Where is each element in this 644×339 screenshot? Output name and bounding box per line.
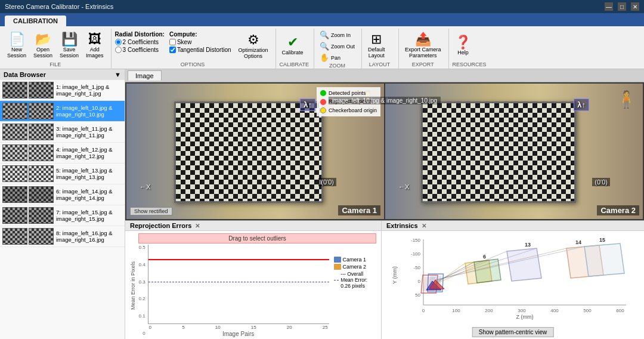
cam1-checkerboard — [174, 101, 323, 203]
help-button[interactable]: ❓ Help — [453, 35, 474, 57]
add-images-button[interactable]: 🖼 AddImages — [83, 32, 106, 60]
file-buttons: 📄 NewSession 📂 OpenSession 💾 SaveSession… — [5, 30, 106, 61]
legend-cam1: Camera 1 — [334, 257, 374, 263]
ribbon-group-resources: ❓ Help RESOURCES — [450, 29, 491, 69]
sidebar-item-8[interactable]: 8: image_left_16.jpg & image_right_16.jp… — [0, 226, 125, 247]
thumb-3-0 — [2, 124, 27, 140]
cam2-x-arrow: ←X — [398, 183, 409, 190]
sidebar-label-5: 5: image_left_13.jpg & image_right_13.jp… — [56, 167, 122, 181]
calibrate-label: Calibrate — [282, 50, 304, 56]
camera2-label: Camera 2 — [597, 205, 639, 215]
thumb-checker-2-1 — [29, 103, 53, 119]
reprojection-close-icon[interactable]: ✕ — [195, 223, 200, 229]
zoom-in-button[interactable]: 🔍 Zoom In — [318, 30, 357, 40]
chart-y-ticks: 0.5 0.4 0.3 0.2 0.1 0 — [138, 245, 145, 337]
x-tick-5: 5 — [182, 325, 184, 330]
calibrate-button[interactable]: ✔ Calibrate — [280, 35, 306, 57]
help-icon: ❓ — [455, 36, 471, 49]
show-rectified-button[interactable]: Show rectified — [130, 207, 172, 215]
bar-chart[interactable] — [148, 245, 329, 324]
check-skew[interactable]: Skew — [169, 39, 231, 45]
radio-2coeff[interactable]: 2 Coefficients — [115, 39, 165, 45]
reprojected-dot — [320, 99, 326, 105]
radio-3coeff[interactable]: 3 Coefficients — [115, 47, 165, 53]
image-tab[interactable]: Image — [128, 70, 162, 81]
thumb-checker-7-0 — [3, 208, 27, 223]
zoom-in-label: Zoom In — [331, 32, 351, 38]
tab-calibration[interactable]: CALIBRATION — [5, 16, 66, 26]
ribbon-group-options: Radial Distortion: 2 Coefficients 3 Coef… — [113, 29, 276, 69]
y-50: -50 — [413, 265, 420, 270]
show-pattern-centric-button[interactable]: Show pattern-centric view — [472, 327, 554, 337]
optimization-options-button[interactable]: ⚙ OptimizationOptions — [236, 32, 271, 60]
chart-x-ticks: 0 5 10 15 20 25 — [148, 324, 329, 331]
calibrate-icon: ✔ — [287, 36, 298, 49]
y-150: -150 — [411, 238, 421, 243]
thumb-4-1 — [29, 144, 54, 161]
detected-dot — [320, 90, 326, 96]
save-session-button[interactable]: 💾 SaveSession — [57, 32, 81, 60]
y-tick-1: 0.1 — [138, 313, 145, 319]
zoom-out-icon: 🔍 — [320, 42, 329, 51]
close-button[interactable]: ✕ — [631, 2, 639, 11]
ribbon-group-file: 📄 NewSession 📂 OpenSession 💾 SaveSession… — [2, 29, 112, 69]
open-session-button[interactable]: 📂 OpenSession — [31, 32, 55, 60]
z-600: 600 — [616, 308, 624, 313]
check-tangential[interactable]: Tangential Distortion — [169, 47, 231, 53]
camera1-label: Camera 1 — [338, 205, 380, 215]
ribbon-group-layout: ⊞ DefaultLayout LAYOUT — [363, 29, 399, 69]
sidebar-label-7: 7: image_left_15.jpg & image_right_15.jp… — [56, 209, 122, 223]
open-session-icon: 📂 — [35, 33, 51, 46]
chart-plot-container: 0 5 10 15 20 25 Image Pairs — [148, 245, 329, 337]
sidebar-item-6[interactable]: 6: image_left_14.jpg & image_right_14.jp… — [0, 184, 125, 205]
y-tick-2: 0.2 — [138, 296, 145, 301]
add-images-icon: 🖼 — [88, 33, 101, 46]
resources-group-label: RESOURCES — [453, 61, 487, 69]
z-0: 0 — [422, 308, 425, 313]
sidebar-item-2[interactable]: 2: image_left_10.jpg & image_right_10.jp… — [0, 101, 125, 122]
extrinsics-close-icon[interactable]: ✕ — [422, 223, 426, 229]
thumb-8-1 — [29, 228, 54, 245]
label-15: 15 — [599, 237, 605, 243]
calibrate-buttons: ✔ Calibrate — [280, 30, 306, 61]
default-layout-button[interactable]: ⊞ DefaultLayout — [366, 32, 388, 60]
z-500: 500 — [583, 308, 592, 313]
pan-icon: ✋ — [320, 53, 329, 62]
chart-x-title: Image Pairs — [148, 331, 329, 337]
chart-bars-container — [148, 245, 329, 323]
thumb-checker-4-0 — [3, 145, 27, 161]
maximize-button[interactable]: □ — [618, 2, 626, 11]
export-params-button[interactable]: 📤 Export CameraParameters — [402, 32, 444, 60]
zoom-out-button[interactable]: 🔍 Zoom Out — [318, 41, 357, 51]
y-tick-5: 0.5 — [138, 245, 145, 250]
sidebar-item-3[interactable]: 3: image_left_11.jpg & image_right_11.jp… — [0, 122, 125, 143]
optimization-icon: ⚙ — [247, 33, 259, 47]
legend-origin: Checkerboard origin — [320, 106, 377, 115]
extrinsics-panel: Extrinsics ✕ -150 -100 — [382, 221, 644, 339]
layout-group-label: LAYOUT — [369, 61, 390, 69]
label-6: 6 — [483, 254, 486, 260]
x-tick-25: 25 — [323, 325, 328, 330]
reprojection-title: Reprojection Errors — [130, 222, 191, 229]
chart-legend: Camera 1 Camera 2 --- Overall Mean Error… — [332, 245, 376, 337]
cam1-lambda: λ↑ — [300, 98, 315, 111]
pan-button[interactable]: ✋ Pan — [318, 53, 357, 63]
sidebar-items-container: 1: image_left_1.jpg & image_right_1.jpg2… — [0, 80, 125, 247]
zoom-buttons: 🔍 Zoom In 🔍 Zoom Out ✋ Pan — [318, 30, 357, 63]
sidebar-item-1[interactable]: 1: image_left_1.jpg & image_right_1.jpg — [0, 80, 125, 101]
y-tick-3: 0.3 — [138, 279, 145, 285]
extrinsics-title: Extrinsics — [386, 222, 418, 229]
pattern-far-2 — [584, 244, 624, 276]
sidebar-item-4[interactable]: 4: image_left_12.jpg & image_right_12.jp… — [0, 143, 125, 164]
image-filename: image_left_10.jpg & image_right_10.jpg — [329, 97, 441, 104]
new-session-button[interactable]: 📄 NewSession — [5, 32, 29, 60]
thumb-pair-7 — [2, 207, 54, 224]
sidebar-collapse-icon[interactable]: ▼ — [114, 71, 121, 78]
sidebar-item-5[interactable]: 5: image_left_13.jpg & image_right_13.jp… — [0, 164, 125, 184]
sidebar-item-7[interactable]: 7: image_left_15.jpg & image_right_15.jp… — [0, 205, 125, 226]
chart-area: Mean Error in Pixels Drag to select outl… — [125, 231, 381, 339]
x-tick-20: 20 — [287, 325, 292, 330]
compute-label: Compute: — [169, 31, 231, 38]
default-layout-icon: ⊞ — [371, 33, 382, 46]
minimize-button[interactable]: — — [605, 2, 613, 11]
